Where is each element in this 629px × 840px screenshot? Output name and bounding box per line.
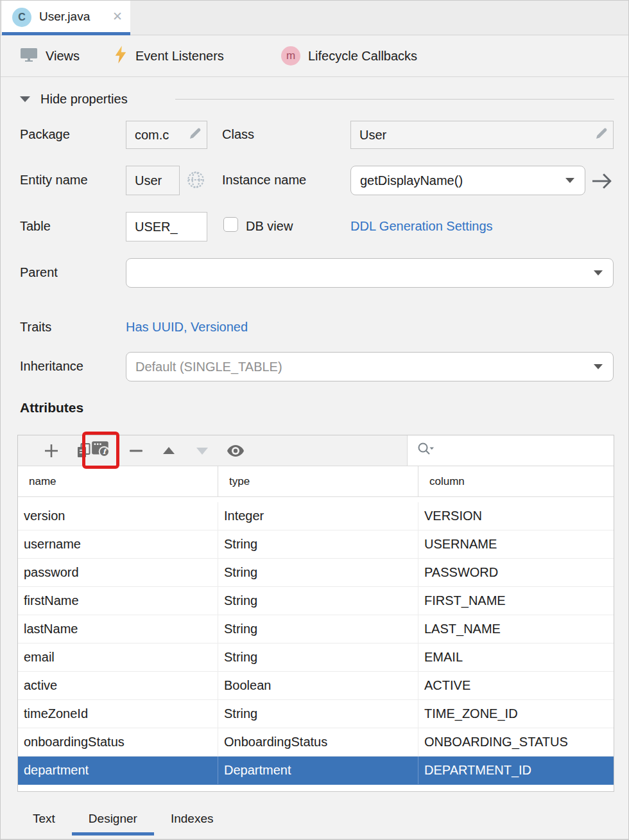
column-header-name[interactable]: name — [18, 466, 218, 496]
method-icon: m — [281, 46, 300, 66]
traits-link[interactable]: Has UUID, Versioned — [126, 320, 248, 335]
cell-column[interactable]: EMAIL — [418, 643, 614, 671]
package-label: Package — [20, 127, 70, 142]
entity-name-value: User — [135, 173, 162, 188]
column-header-column[interactable]: column — [418, 466, 614, 496]
entity-designer-panel: C User.java ✕ Views Event Listeners m Li… — [0, 0, 629, 840]
cell-name[interactable]: username — [18, 530, 218, 558]
parent-select[interactable] — [126, 258, 614, 288]
cell-column[interactable]: ACTIVE — [418, 672, 614, 699]
ddl-generation-settings-link[interactable]: DDL Generation Settings — [350, 219, 493, 234]
tab-user-java[interactable]: C User.java ✕ — [2, 1, 130, 35]
editor-tab-bar: C User.java ✕ — [1, 1, 628, 35]
designer-toolbar: Views Event Listeners m Lifecycle Callba… — [1, 35, 628, 77]
table-row[interactable]: firstNameStringFIRST_NAME — [18, 587, 614, 615]
cell-name[interactable]: timeZoneId — [18, 700, 218, 728]
table-row[interactable]: emailStringEMAIL — [18, 643, 614, 672]
traits-label: Traits — [20, 320, 51, 335]
cell-type[interactable]: String — [218, 587, 418, 615]
cell-type[interactable]: Integer — [218, 502, 418, 530]
attributes-search-input[interactable] — [407, 435, 614, 466]
table-row[interactable]: timeZoneIdStringTIME_ZONE_ID — [18, 700, 614, 728]
column-header-type[interactable]: type — [218, 466, 418, 496]
attributes-heading: Attributes — [20, 400, 83, 416]
cell-column[interactable]: PASSWORD — [418, 559, 614, 586]
inheritance-select[interactable]: Default (SINGLE_TABLE) — [126, 352, 614, 381]
inheritance-label: Inheritance — [20, 359, 83, 374]
instance-name-select[interactable]: getDisplayName() — [350, 166, 585, 195]
event-listeners-button[interactable]: Event Listeners — [114, 35, 224, 76]
table-row[interactable]: activeBooleanACTIVE — [18, 672, 614, 700]
hide-properties-toggle[interactable]: Hide properties — [20, 90, 128, 108]
views-label: Views — [46, 49, 80, 64]
globe-icon[interactable] — [185, 170, 206, 193]
table-row[interactable]: lastNameStringLAST_NAME — [18, 615, 614, 643]
add-function-attribute-icon[interactable]: f — [90, 439, 111, 461]
package-value: com.c — [135, 128, 169, 143]
cell-name[interactable]: onboardingStatus — [18, 728, 218, 756]
inheritance-value: Default (SINGLE_TABLE) — [135, 360, 282, 374]
table-row[interactable]: usernameStringUSERNAME — [18, 530, 614, 559]
cell-type[interactable]: Department — [218, 757, 418, 784]
cell-name[interactable]: version — [18, 502, 218, 530]
table-row[interactable]: versionIntegerVERSION — [18, 502, 614, 530]
class-field[interactable]: User — [350, 121, 614, 149]
table-label: Table — [20, 219, 51, 234]
attributes-panel: nametypecolumn versionIntegerVERSIONuser… — [17, 435, 614, 792]
hide-properties-label: Hide properties — [40, 92, 128, 107]
cell-column[interactable]: ONBOARDING_STATUS — [418, 728, 614, 756]
cell-name[interactable]: active — [18, 672, 218, 699]
chevron-down-icon — [594, 270, 603, 276]
cell-column[interactable]: DEPARTMENT_ID — [418, 757, 614, 784]
table-field[interactable]: USER_ — [126, 212, 207, 241]
cell-type[interactable]: String — [218, 643, 418, 671]
cell-name[interactable]: firstName — [18, 587, 218, 615]
package-field[interactable]: com.c — [126, 121, 207, 149]
event-listeners-label: Event Listeners — [135, 49, 224, 64]
db-view-checkbox[interactable] — [223, 217, 238, 232]
parent-label: Parent — [20, 265, 58, 280]
table-row[interactable]: passwordStringPASSWORD — [18, 559, 614, 587]
table-row[interactable]: onboardingStatusOnboardingStatusONBOARDI… — [18, 728, 614, 757]
remove-attribute-button[interactable] — [127, 435, 145, 466]
cell-type[interactable]: OnboardingStatus — [218, 728, 418, 756]
cell-name[interactable]: department — [18, 757, 218, 784]
lightning-icon — [114, 44, 128, 68]
close-icon[interactable]: ✕ — [112, 1, 123, 33]
cell-name[interactable]: password — [18, 559, 218, 586]
class-label: Class — [222, 127, 254, 142]
views-button[interactable]: Views — [20, 35, 80, 76]
tab-designer[interactable]: Designer — [72, 802, 154, 836]
chevron-down-icon — [20, 96, 30, 102]
move-down-button[interactable] — [193, 435, 211, 466]
tab-indexes[interactable]: Indexes — [154, 802, 230, 836]
cell-type[interactable]: Boolean — [218, 672, 418, 699]
tab-text[interactable]: Text — [16, 802, 72, 836]
instance-name-value: getDisplayName() — [360, 173, 463, 188]
cell-type[interactable]: String — [218, 615, 418, 643]
cell-column[interactable]: TIME_ZONE_ID — [418, 700, 614, 728]
move-up-button[interactable] — [160, 435, 178, 466]
visibility-eye-button[interactable] — [226, 435, 245, 466]
lifecycle-callbacks-button[interactable]: m Lifecycle Callbacks — [281, 35, 417, 76]
chevron-down-icon — [594, 364, 603, 369]
chevron-down-icon — [565, 178, 574, 183]
cell-column[interactable]: VERSION — [418, 502, 614, 530]
cell-name[interactable]: lastName — [18, 615, 218, 643]
edit-pencil-icon[interactable] — [189, 127, 202, 143]
cell-column[interactable]: USERNAME — [418, 530, 614, 558]
goto-arrow-button[interactable] — [590, 171, 614, 191]
add-attribute-button[interactable] — [42, 435, 60, 466]
cell-type[interactable]: String — [218, 700, 418, 728]
java-class-icon: C — [12, 8, 31, 27]
cell-type[interactable]: String — [218, 530, 418, 558]
cell-column[interactable]: FIRST_NAME — [418, 587, 614, 615]
cell-column[interactable]: LAST_NAME — [418, 615, 614, 643]
cell-type[interactable]: String — [218, 559, 418, 586]
cell-name[interactable]: email — [18, 643, 218, 671]
tab-title: User.java — [39, 1, 90, 33]
table-row[interactable]: departmentDepartmentDEPARTMENT_ID — [18, 757, 614, 785]
edit-pencil-icon[interactable] — [595, 127, 608, 143]
entity-name-field[interactable]: User — [126, 166, 180, 195]
footer-tabs: TextDesignerIndexes — [16, 802, 230, 836]
